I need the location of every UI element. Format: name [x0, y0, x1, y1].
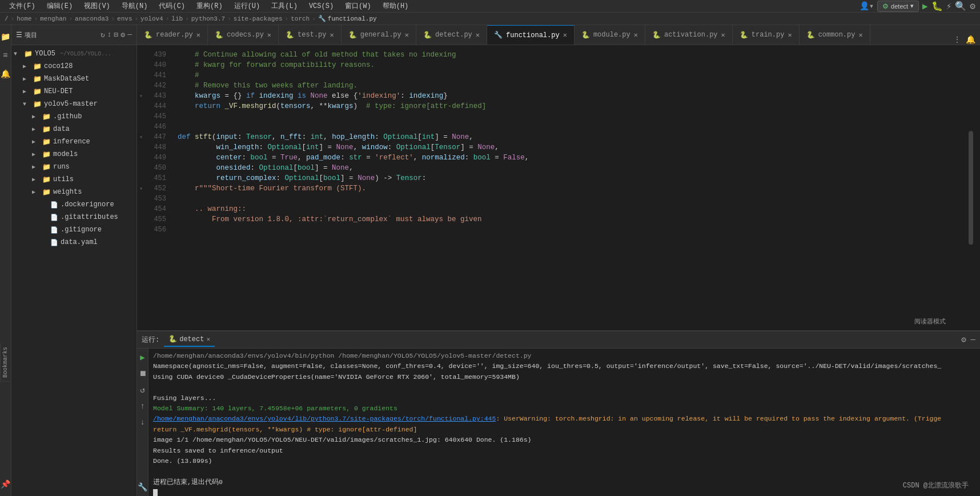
breadcrumb-home[interactable]: home: [17, 15, 31, 22]
sidebar-sort-icon[interactable]: ↕: [107, 30, 112, 39]
run-sortup-icon[interactable]: ↑: [138, 400, 146, 413]
tree-item-gitattributes[interactable]: ▶ 📄 .gitattributes: [11, 211, 136, 223]
menu-item-edit[interactable]: 编辑(E): [42, 0, 78, 12]
tab-close-activation[interactable]: ✕: [721, 31, 725, 39]
chevron-down-icon-2: ▼: [23, 101, 31, 107]
run-clear-icon[interactable]: 🔧: [137, 481, 149, 494]
breadcrumb-site-packages[interactable]: site-packages: [234, 15, 283, 22]
tab-close-codecs[interactable]: ✕: [267, 31, 271, 39]
tab-test-py[interactable]: 🐍 test.py ✕: [279, 25, 342, 45]
menu-item-view[interactable]: 视图(V): [79, 0, 115, 12]
terminal-settings-icon[interactable]: ⚙: [961, 335, 966, 345]
breadcrumb-yolov4[interactable]: yolov4: [140, 15, 163, 22]
run-debug-icon[interactable]: 🐛: [931, 1, 943, 12]
tree-item-dockerignore[interactable]: ▶ 📄 .dockerignore: [11, 198, 136, 211]
bookmarks-label[interactable]: Bookmarks: [0, 343, 10, 382]
run-stop-icon[interactable]: ⏹: [137, 367, 148, 380]
tab-module-py[interactable]: 🐍 module.py ✕: [575, 25, 645, 45]
breadcrumb-file[interactable]: 🔧 functional.py: [318, 15, 377, 22]
tree-item-runs[interactable]: ▶ 📁 runs: [11, 161, 136, 173]
tab-overflow-icon[interactable]: ⋮: [953, 35, 961, 45]
tab-icon-test: 🐍: [286, 31, 294, 39]
file-icon-datayaml: 📄: [50, 239, 58, 246]
breadcrumb-lib[interactable]: lib: [171, 15, 183, 22]
activity-explorer-icon[interactable]: 📁: [0, 30, 13, 44]
sidebar-close-icon[interactable]: —: [127, 30, 132, 39]
tab-activation-py[interactable]: 🐍 activation.py ✕: [645, 25, 733, 45]
terminal-close-icon[interactable]: ✕: [206, 335, 210, 343]
breadcrumb-python37[interactable]: python3.7: [191, 15, 225, 22]
tab-close-functional[interactable]: ✕: [563, 31, 567, 39]
menu-item-help[interactable]: 帮助(H): [378, 0, 413, 12]
tree-item-inference[interactable]: ▶ 📁 inference: [11, 135, 136, 148]
breadcrumb-menghan[interactable]: menghan: [40, 15, 66, 22]
run-rerun-icon[interactable]: ↺: [138, 383, 146, 397]
git-icon: ⚙: [882, 2, 889, 10]
terminal-tab-detect[interactable]: 🐍 detect ✕: [164, 333, 215, 347]
run-coverage-icon[interactable]: ⚡: [946, 1, 952, 12]
tab-close-test[interactable]: ✕: [330, 31, 334, 39]
menu-item-vcs[interactable]: VCS(S): [304, 1, 338, 11]
run-sortdown-icon[interactable]: ↓: [138, 416, 146, 429]
breadcrumb-envs[interactable]: envs: [117, 15, 132, 22]
chevron-right-icon: ▶: [23, 63, 31, 70]
menu-item-run[interactable]: 运行(U): [230, 0, 265, 12]
menu-item-code[interactable]: 代码(C): [154, 0, 190, 12]
terminal-minimize-icon[interactable]: —: [971, 335, 975, 345]
tab-icon-activation: 🐍: [652, 31, 661, 39]
tree-item-utils[interactable]: ▶ 📁 utils: [11, 173, 136, 186]
activity-settings-icon[interactable]: 📌: [0, 477, 13, 491]
tab-codecs-py[interactable]: 🐍 codecs.py ✕: [208, 25, 279, 45]
tree-item-datayaml[interactable]: ▶ 📄 data.yaml: [11, 236, 136, 249]
breadcrumb-torch[interactable]: torch: [291, 15, 310, 22]
code-editor[interactable]: # Continue allowing call of old method t…: [171, 45, 980, 330]
sidebar-header-icons: ↻ ↕ ⊟ ⚙ —: [101, 30, 132, 39]
breadcrumb-root[interactable]: /: [5, 15, 9, 22]
menu-item-window[interactable]: 窗口(W): [340, 0, 376, 12]
tab-close-train[interactable]: ✕: [788, 31, 792, 39]
tree-item-maskdataset[interactable]: ▶ 📁 MaskDataSet: [11, 73, 136, 85]
run-green-icon[interactable]: ▶: [922, 1, 928, 12]
tree-item-github[interactable]: ▶ 📁 .github: [11, 110, 136, 123]
scrollbar-vertical[interactable]: [969, 131, 973, 245]
menu-item-tools[interactable]: 工具(L): [267, 0, 302, 12]
sidebar-settings-icon[interactable]: ⚙: [121, 30, 125, 39]
tab-close-general[interactable]: ✕: [405, 31, 409, 39]
tree-item-yolov5master[interactable]: ▼ 📁 yolov5-master: [11, 98, 136, 110]
tab-close-reader[interactable]: ✕: [196, 31, 200, 39]
terminal-content[interactable]: /home/menghan/anaconda3/envs/yolov4/bin/…: [148, 349, 980, 496]
activity-notification-icon[interactable]: 🔔: [0, 67, 13, 81]
breadcrumb-anaconda3[interactable]: anaconda3: [75, 15, 109, 22]
sidebar-collapse-icon[interactable]: ⊟: [114, 30, 119, 39]
tree-item-coco128[interactable]: ▶ 📁 coco128: [11, 60, 136, 73]
tree-item-weights[interactable]: ▶ 📁 weights: [11, 186, 136, 198]
breadcrumb-bar: / › home › menghan › anaconda3 › envs › …: [0, 13, 980, 25]
tab-detect-py[interactable]: 🐍 detect.py ✕: [416, 25, 487, 45]
tab-close-common[interactable]: ✕: [858, 31, 862, 39]
tree-item-data[interactable]: ▶ 📁 data: [11, 123, 136, 135]
tab-general-py[interactable]: 🐍 general.py ✕: [342, 25, 416, 45]
tab-close-module[interactable]: ✕: [634, 31, 638, 39]
tab-train-py[interactable]: 🐍 train.py ✕: [733, 25, 800, 45]
run-play-icon[interactable]: ▶: [138, 351, 146, 364]
user-icon[interactable]: 👤▾: [859, 1, 874, 11]
menu-item-refactor[interactable]: 重构(R): [192, 0, 227, 12]
tree-item-yolo5[interactable]: ▼ 📁 YOLO5 ~/YOLO5/YOLO...: [11, 47, 136, 60]
tab-functional-py[interactable]: 🔧 functional.py ✕: [487, 25, 575, 45]
detect-run-button[interactable]: ⚙ detect ▾: [877, 1, 919, 12]
tab-notifications-icon[interactable]: 🔔: [966, 35, 975, 45]
reader-mode-button[interactable]: 阅读器模式: [914, 317, 946, 326]
settings-top-icon[interactable]: ⚙: [970, 1, 975, 12]
tab-reader-py[interactable]: 🐍 reader.py ✕: [137, 25, 208, 45]
menu-item-nav[interactable]: 导航(N): [117, 0, 152, 12]
folder-icon-runs: 📁: [42, 163, 51, 171]
tab-close-detect[interactable]: ✕: [476, 31, 480, 39]
tree-item-neudet[interactable]: ▶ 📁 NEU-DET: [11, 85, 136, 98]
tree-item-gitignore[interactable]: ▶ 📄 .gitignore: [11, 223, 136, 236]
tree-item-models[interactable]: ▶ 📁 models: [11, 148, 136, 161]
menu-item-file[interactable]: 文件(F): [5, 0, 40, 12]
search-top-icon[interactable]: 🔍: [955, 1, 966, 12]
sidebar-sync-icon[interactable]: ↻: [101, 30, 105, 39]
tab-common-py[interactable]: 🐍 common.py ✕: [800, 25, 870, 45]
activity-structure-icon[interactable]: ≡: [1, 49, 10, 62]
